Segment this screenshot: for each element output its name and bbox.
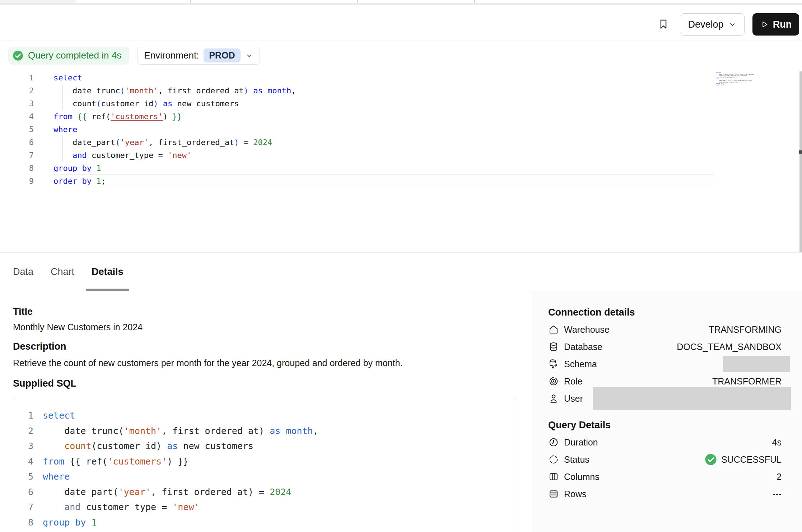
tab-separator (474, 0, 475, 3)
row-label: Role (564, 376, 582, 387)
tab-separator (357, 0, 358, 3)
row-value-text: --- (773, 489, 782, 499)
title-heading: Title (13, 306, 532, 317)
play-icon (760, 20, 769, 29)
code-line-4: 4from {{ ref('customers') }} (14, 110, 802, 123)
line-number: 8 (14, 162, 34, 175)
row-label: Warehouse (564, 325, 610, 335)
code-line-5: 5where (22, 469, 516, 485)
row-value: --- (773, 489, 782, 499)
detail-row-user: User (548, 390, 782, 407)
detail-row-rows: Rows--- (548, 485, 782, 503)
redacted-value (723, 356, 790, 372)
top-tab-segment (0, 0, 75, 3)
user-icon (548, 393, 559, 404)
line-number: 3 (14, 97, 34, 110)
line-number: 5 (14, 123, 34, 136)
query-details-heading: Query Details (548, 420, 782, 431)
editor-scrollbar-cursor-marker (799, 150, 802, 154)
row-value-text: SUCCESSFUL (721, 454, 782, 465)
toolbar: Develop Run (0, 5, 802, 41)
line-number: 1 (22, 408, 33, 424)
detail-row-database: DatabaseDOCS_TEAM_SANDBOX (548, 338, 782, 355)
indent-guide (62, 136, 63, 162)
supplied-sql-code-block: 1select2 date_trunc('month', first_order… (13, 397, 516, 532)
schema-icon (548, 359, 559, 369)
chevron-down-icon (245, 52, 253, 60)
line-number: 2 (14, 84, 34, 97)
tab-data[interactable]: Data (7, 253, 39, 291)
develop-label: Develop (688, 19, 723, 30)
connection-details-heading: Connection details (548, 307, 782, 318)
line-number: 9 (14, 175, 34, 188)
row-value-text: 4s (772, 437, 782, 448)
line-number: 3 (22, 439, 33, 454)
code-line-4: 4from {{ ref('customers') }} (22, 454, 516, 470)
line-number: 1 (14, 71, 34, 84)
success-check-icon (13, 50, 23, 61)
title-value: Monthly New Customers in 2024 (13, 322, 532, 332)
code-line-7: 7 and customer_type = 'new' (14, 149, 802, 162)
line-number: 2 (22, 424, 33, 439)
code-line-6: 6 date_part('year', first_ordered_at) = … (22, 485, 516, 500)
bookmark-icon[interactable] (656, 17, 671, 31)
detail-row-status: StatusSUCCESSFUL (548, 451, 782, 468)
chevron-down-icon (728, 20, 737, 29)
success-check-icon (705, 453, 717, 466)
row-value: SUCCESSFUL (705, 453, 782, 466)
connection-details-rows: WarehouseTRANSFORMINGDatabaseDOCS_TEAM_S… (548, 321, 782, 407)
tab-separator (190, 0, 191, 3)
editor-minimap[interactable]: 1select2 date_trunc('month', first_order… (716, 72, 754, 88)
code-line-8: 8group by 1 (22, 515, 516, 531)
detail-row-columns: Columns2 (548, 468, 782, 485)
environment-value-badge: PROD (204, 48, 240, 62)
run-button[interactable]: Run (752, 13, 799, 36)
query-status-bar: Query completed in 4s Environment: PROD (0, 41, 802, 70)
code-line-8: 8group by 1 (14, 162, 802, 175)
line-number: 8 (22, 515, 33, 531)
indent-guide (62, 84, 63, 110)
line-number: 7 (22, 500, 33, 515)
code-line-5: 5where (14, 123, 802, 136)
row-value-text: 2 (777, 472, 782, 482)
sql-editor[interactable]: 1select2 date_trunc('month', first_order… (0, 70, 802, 252)
columns-icon (548, 471, 559, 482)
row-label: Columns (564, 472, 600, 482)
redacted-value (593, 387, 791, 410)
sql-editor-code[interactable]: 1select2 date_trunc('month', first_order… (0, 70, 802, 188)
row-value: 2 (777, 472, 782, 482)
line-number: 4 (22, 454, 33, 470)
row-value: TRANSFORMING (709, 325, 782, 335)
description-heading: Description (13, 341, 532, 352)
tab-separator (75, 0, 75, 3)
row-value (593, 387, 782, 410)
code-line-9: 9order by 1; (716, 84, 754, 86)
environment-label: Environment: (144, 50, 199, 61)
row-value-text: TRANSFORMER (712, 376, 782, 387)
row-value: TRANSFORMER (712, 376, 782, 387)
code-line-2: 2 date_trunc('month', first_ordered_at) … (14, 84, 802, 97)
row-value: 4s (772, 437, 782, 448)
details-sidebar: Connection details WarehouseTRANSFORMING… (532, 291, 802, 532)
query-status-pill: Query completed in 4s (8, 47, 129, 65)
detail-row-warehouse: WarehouseTRANSFORMING (548, 321, 782, 338)
tab-chart[interactable]: Chart (45, 253, 80, 291)
rows-icon (548, 489, 559, 499)
detail-row-duration: Duration4s (548, 434, 782, 451)
code-line-9: 9order by 1; (14, 175, 802, 188)
results-tabbar: Data Chart Details (0, 252, 802, 291)
line-number: 6 (14, 136, 34, 149)
query-details-rows: Duration4sStatusSUCCESSFULColumns2Rows--… (548, 434, 782, 503)
detail-row-schema: Schema (548, 355, 782, 373)
row-value-text: DOCS_TEAM_SANDBOX (677, 342, 782, 352)
line-number: 6 (22, 485, 33, 500)
run-label: Run (773, 19, 792, 30)
row-label: Status (564, 454, 589, 465)
develop-dropdown-button[interactable]: Develop (680, 13, 745, 36)
code-line-2: 2 date_trunc('month', first_ordered_at) … (22, 424, 516, 439)
tab-details[interactable]: Details (86, 253, 129, 291)
editor-scrollbar[interactable] (799, 71, 802, 252)
row-label: Duration (564, 437, 598, 448)
row-label: User (564, 393, 583, 404)
environment-selector[interactable]: Environment: PROD (137, 47, 260, 65)
